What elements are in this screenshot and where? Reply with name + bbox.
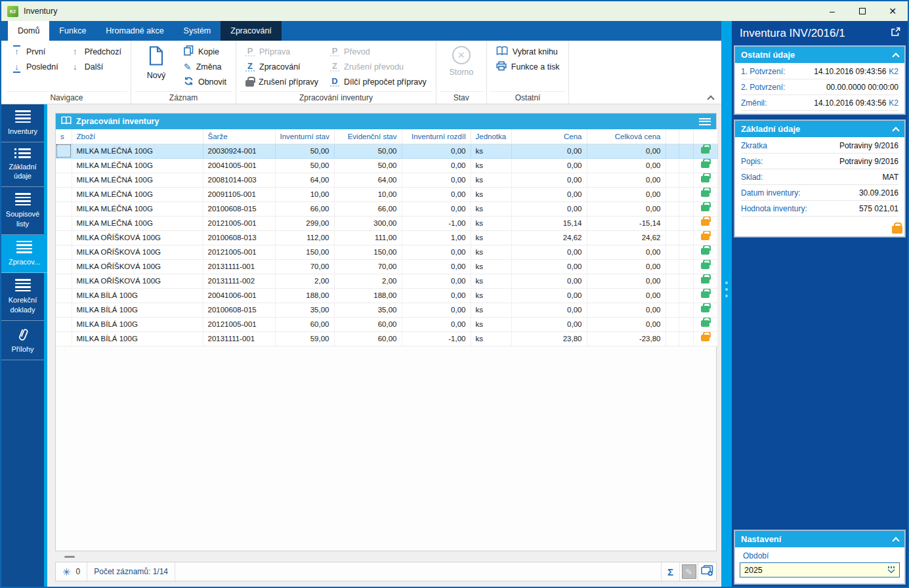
panel-splitter[interactable] — [721, 21, 732, 587]
cell: 2,00 — [275, 274, 334, 288]
cell-lock — [693, 173, 717, 187]
tab-zpracovani[interactable]: Zpracování — [221, 21, 282, 41]
cell: 0,00 — [511, 173, 587, 187]
cell: 70,00 — [334, 259, 402, 274]
cell: 20131111-001 — [203, 259, 275, 274]
zruseni-pripravy-button[interactable]: Zrušení přípravy — [243, 74, 320, 89]
list-icon — [16, 241, 32, 253]
sidebar-item-korekcni-doklady[interactable]: Korekční doklady — [1, 273, 44, 321]
card-header[interactable]: Základní údaje — [735, 121, 904, 137]
card-zakladni-udaje: Základní údaje ZkratkaPotraviny 9/2016Po… — [734, 120, 905, 237]
table-row[interactable]: MILKA OŘÍŠKOVÁ 100G20121005-001150,00150… — [56, 245, 717, 259]
edit-mode-button[interactable]: ✎ — [679, 562, 698, 581]
table-row[interactable]: MILKA MLÉČNÁ 100G20081014-00364,0064,000… — [56, 173, 717, 187]
sidebar-item-prilohy[interactable]: Přílohy — [1, 321, 44, 361]
last-button[interactable]: ↓Poslední — [10, 59, 60, 74]
new-window-button[interactable] — [698, 562, 716, 581]
sidebar-item-soupisove-listy[interactable]: Soupisové listy — [1, 187, 44, 235]
tab-domu[interactable]: Domů — [8, 21, 49, 41]
col-header-evidencni-stav[interactable]: Evidenční stav — [334, 129, 402, 144]
grid-menu-icon[interactable] — [699, 118, 711, 125]
refresh-button[interactable]: Obnovit — [182, 74, 228, 89]
snowflake-icon: ✳ — [62, 567, 71, 577]
table-row[interactable]: MILKA MLÉČNÁ 100G20121005-001299,00300,0… — [56, 216, 717, 230]
edit-button[interactable]: ✎Změna — [182, 59, 228, 74]
card-header[interactable]: Ostatní údaje — [735, 47, 904, 63]
lock-orange-icon — [892, 226, 902, 234]
table-row[interactable]: MILKA BÍLÁ 100G20100608-01535,0035,000,0… — [56, 303, 717, 317]
minimize-button[interactable]: – — [817, 1, 847, 21]
cell — [679, 230, 693, 245]
table-row[interactable]: MILKA MLÉČNÁ 100G20030924-00150,0050,000… — [56, 144, 717, 158]
cell: 0,00 — [402, 187, 471, 201]
arrow-up-icon: ↑ — [70, 47, 80, 56]
panel-field-row: Změnil:14.10.2016 09:43:56K2 — [741, 95, 898, 111]
sidebar-item-inventury[interactable]: Inventury — [1, 104, 44, 142]
col-header-empty — [666, 129, 679, 144]
col-header-cena[interactable]: Cena — [511, 129, 587, 144]
table-row[interactable]: MILKA MLÉČNÁ 100G20041005-00150,0050,000… — [56, 158, 717, 173]
period-input[interactable]: 2025 — [740, 562, 900, 578]
table-row[interactable]: MILKA MLÉČNÁ 100G20100608-01566,0066,000… — [56, 201, 717, 216]
scrollbar-thumb[interactable] — [64, 556, 75, 558]
select-book-button[interactable]: Vybrat knihu — [494, 44, 562, 59]
next-button[interactable]: ↓Další — [68, 59, 123, 74]
tab-system[interactable]: Systém — [174, 21, 221, 41]
ribbon: ↑První ↓Poslední ↑Předchozí ↓Další Navig… — [1, 41, 721, 104]
side-panel-title: Inventura INV/2016/1 — [740, 27, 845, 40]
storno-button: × Storno — [444, 44, 479, 91]
col-header-s[interactable]: s — [56, 129, 72, 144]
card-header[interactable]: Nastavení — [735, 531, 904, 547]
sidebar-item-label: Soupisové listy — [3, 209, 43, 228]
tab-hromadne-akce[interactable]: Hromadné akce — [96, 21, 173, 41]
previous-button[interactable]: ↑Předchozí — [68, 44, 123, 59]
zpracovani-button[interactable]: ZZpracování — [243, 59, 320, 74]
sidebar-item-zpracov[interactable]: Zpracov... — [1, 235, 47, 273]
dropdown-icon[interactable] — [887, 566, 895, 574]
cell — [56, 245, 72, 259]
cell — [679, 274, 693, 288]
cell — [56, 201, 72, 216]
cell-lock — [693, 317, 717, 331]
table-row[interactable]: MILKA BÍLÁ 100G20131111-00159,0060,00-1,… — [56, 331, 717, 346]
col-header-sarze[interactable]: Šarže — [203, 129, 275, 144]
cell — [679, 144, 693, 158]
col-header-jednotka[interactable]: Jednotka — [471, 129, 511, 144]
cell — [679, 303, 693, 317]
col-header-zbozi[interactable]: Zboží — [72, 129, 203, 144]
cell: 0,00 — [511, 201, 587, 216]
table-row[interactable]: MILKA BÍLÁ 100G20121005-00160,0060,000,0… — [56, 317, 717, 331]
zruseni-prevodu-button: ZZrušení převodu — [328, 59, 429, 74]
cell: 24,62 — [587, 230, 666, 245]
sidebar-item-zakladni-udaje[interactable]: Základní údaje — [1, 142, 44, 187]
collapse-ribbon-icon[interactable] — [707, 95, 714, 102]
table-row[interactable]: MILKA OŘÍŠKOVÁ 100G20131111-0022,002,000… — [56, 274, 717, 288]
dilci-prepocet-button[interactable]: DDílčí přepočet přípravy — [328, 74, 429, 89]
expand-icon[interactable] — [891, 27, 900, 40]
lock-green-icon — [701, 306, 709, 312]
grid-empty-area — [56, 346, 716, 551]
first-button[interactable]: ↑První — [10, 44, 60, 59]
close-button[interactable]: ✕ — [877, 1, 908, 21]
ribbon-group-stav: × Storno Stav — [436, 41, 487, 104]
copy-button[interactable]: Kopie — [182, 44, 228, 59]
print-button[interactable]: Funkce a tisk — [494, 59, 562, 74]
table-row[interactable]: MILKA OŘÍŠKOVÁ 100G20131111-00170,0070,0… — [56, 259, 717, 274]
cell: 0,00 — [511, 317, 587, 331]
col-header-inventurni-rozdil[interactable]: Inventurní rozdíl — [402, 129, 471, 144]
maximize-button[interactable] — [847, 1, 877, 21]
cell — [679, 259, 693, 274]
sum-button[interactable]: Σ — [661, 562, 679, 581]
cell — [56, 288, 72, 303]
col-header-celkova-cena[interactable]: Celková cena — [587, 129, 666, 144]
table-row[interactable]: MILKA BÍLÁ 100G20041006-001188,00188,000… — [56, 288, 717, 303]
new-button[interactable]: Nový — [138, 44, 174, 91]
col-header-inventurni-stav[interactable]: Inventurní stav — [275, 129, 334, 144]
table-row[interactable]: MILKA MLÉČNÁ 100G20091105-00110,0010,000… — [56, 187, 717, 201]
cell: 0,00 — [587, 303, 666, 317]
tab-funkce[interactable]: Funkce — [49, 21, 96, 41]
filter-indicator[interactable]: ✳ 0 — [56, 562, 87, 581]
table-row[interactable]: MILKA OŘÍŠKOVÁ 100G20100608-013112,00111… — [56, 230, 717, 245]
side-panel-header: Inventura INV/2016/1 — [734, 21, 905, 46]
cell: 0,00 — [402, 245, 471, 259]
